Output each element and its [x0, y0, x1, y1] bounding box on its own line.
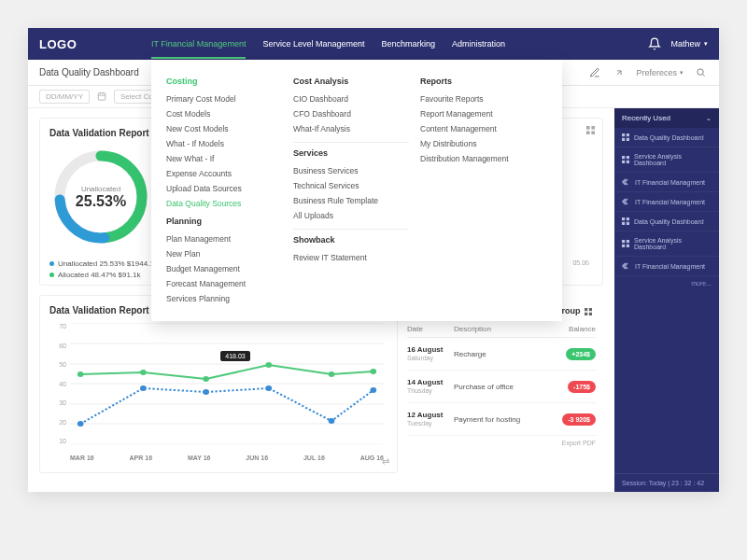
transactions-panel: Group DateDescriptionBalance 16 AugustSa…: [407, 295, 603, 483]
edit-icon[interactable]: [587, 65, 602, 80]
svg-point-22: [78, 421, 84, 427]
svg-point-19: [265, 362, 272, 368]
user-menu[interactable]: Mathew ▾: [670, 39, 708, 49]
nav-it-financial[interactable]: IT Financial Management: [151, 30, 246, 58]
donut-chart: Unallocated 25.53%: [49, 146, 152, 248]
shuffle-icon[interactable]: ⇄: [382, 456, 389, 467]
calendar-icon[interactable]: [97, 91, 106, 103]
recent-item[interactable]: Data Quality Dashboard: [614, 212, 719, 231]
mega-item[interactable]: New Cost Models: [166, 121, 282, 136]
svg-rect-34: [622, 138, 625, 141]
mega-item[interactable]: CIO Dashboard: [293, 91, 409, 106]
line-chart: 70605040302010: [49, 323, 388, 463]
recent-item[interactable]: Service Analysis Dashboard: [614, 231, 719, 257]
mega-item[interactable]: Business Services: [293, 163, 409, 178]
svg-rect-39: [627, 161, 629, 163]
table-row[interactable]: 14 AugustThusdayPurchase of office-175$: [407, 371, 596, 403]
mega-item[interactable]: Budget Management: [166, 261, 282, 276]
recent-item[interactable]: Service Analysis Dashboard: [614, 147, 719, 173]
mega-item[interactable]: What-If Analysis: [293, 121, 409, 136]
recent-more[interactable]: more...: [614, 276, 719, 290]
table-header: DateDescriptionBalance: [407, 321, 596, 338]
table-row[interactable]: 12 AugustTuesdayPayment for hosting-3 92…: [407, 403, 596, 436]
svg-rect-3: [591, 126, 595, 130]
grid-icon[interactable]: [586, 126, 595, 136]
svg-rect-36: [622, 156, 625, 159]
svg-rect-46: [622, 245, 625, 247]
mega-item[interactable]: Expense Accounts: [166, 166, 282, 181]
recent-item[interactable]: IT Financial Managment: [614, 257, 719, 276]
mega-item[interactable]: Distribution Management: [420, 151, 536, 166]
svg-rect-33: [627, 133, 629, 136]
mega-item[interactable]: Favourite Reports: [420, 91, 536, 106]
svg-rect-38: [622, 161, 625, 163]
user-name: Mathew: [670, 39, 700, 49]
mega-item[interactable]: Business Rule Template: [293, 193, 409, 208]
svg-rect-35: [627, 138, 629, 141]
svg-point-27: [370, 387, 376, 393]
svg-rect-47: [627, 245, 629, 247]
mega-item[interactable]: New What - If: [166, 151, 282, 166]
mega-item[interactable]: Content Management: [420, 121, 536, 136]
svg-point-18: [203, 376, 209, 382]
search-icon[interactable]: [693, 65, 708, 80]
mega-item[interactable]: My Distributions: [420, 136, 536, 151]
chevron-down-icon: ▾: [680, 69, 684, 77]
logo: LOGO: [39, 37, 151, 51]
chevron-down-icon: ⌄: [706, 115, 712, 122]
mega-item[interactable]: Technical Services: [293, 178, 409, 193]
session-info: Session: Today | 23 : 32 : 42: [614, 473, 719, 492]
svg-rect-2: [586, 126, 590, 130]
mega-item[interactable]: Cost Models: [166, 106, 282, 121]
mega-item[interactable]: CFO Dashboard: [293, 106, 409, 121]
mega-heading-planning: Planning: [166, 217, 282, 226]
svg-rect-45: [627, 240, 629, 243]
svg-point-24: [203, 389, 209, 395]
date-input[interactable]: DD/MM/YY: [39, 90, 90, 104]
nav-benchmarking[interactable]: Benchmarking: [381, 30, 435, 58]
svg-rect-5: [591, 131, 595, 134]
table-row[interactable]: 16 AugustSaturdayRecharge+234$: [407, 338, 596, 371]
svg-rect-32: [622, 133, 625, 136]
mega-item[interactable]: What - If Models: [166, 136, 282, 151]
mega-item[interactable]: Services Planning: [166, 291, 282, 306]
recently-used-panel: Recently Used ⌄ Data Quality DashboardSe…: [614, 108, 719, 492]
mega-item[interactable]: Primary Cost Model: [166, 91, 282, 106]
donut-legend: Unallocated 25.53% $1944.1k Allocated 48…: [49, 257, 158, 279]
mega-item[interactable]: Data Quality Sources: [166, 196, 282, 211]
mega-item[interactable]: Plan Management: [166, 231, 282, 246]
svg-rect-42: [622, 222, 625, 225]
nav-administration[interactable]: Administration: [452, 30, 505, 58]
card-validation-expense: Data Validation Report - Expense 7060504…: [39, 295, 398, 473]
mega-heading-cost-analysis: Cost Analysis: [293, 77, 409, 86]
chevron-down-icon: ▾: [704, 40, 708, 48]
recently-used-header[interactable]: Recently Used ⌄: [614, 108, 719, 128]
mega-heading-services: Services: [293, 148, 409, 158]
svg-rect-28: [585, 308, 587, 311]
export-pdf[interactable]: Export PDF: [407, 436, 596, 446]
mega-item[interactable]: Report Management: [420, 106, 536, 121]
notification-bell-icon[interactable]: [648, 37, 661, 50]
main-nav: IT Financial Management Service Level Ma…: [151, 30, 505, 58]
mega-item[interactable]: Upload Data Sources: [166, 181, 282, 196]
svg-rect-41: [627, 217, 629, 220]
mega-item[interactable]: All Uploads: [293, 208, 409, 223]
svg-rect-43: [627, 222, 629, 225]
preferences-menu[interactable]: Prefereces▾: [636, 68, 684, 77]
nav-service-level[interactable]: Service Level Management: [262, 30, 364, 58]
svg-rect-4: [586, 131, 590, 134]
svg-point-17: [140, 370, 147, 375]
svg-rect-1: [98, 92, 106, 100]
donut-label: Unallocated: [81, 185, 120, 193]
recent-item[interactable]: IT Financial Managment: [614, 192, 719, 212]
recent-item[interactable]: IT Financial Managment: [614, 173, 719, 192]
axis-label: 05.06: [572, 259, 589, 266]
mega-item[interactable]: Forecast Management: [166, 276, 282, 291]
recent-item[interactable]: Data Quality Dashboard: [614, 128, 719, 147]
svg-point-20: [329, 371, 335, 377]
svg-point-21: [370, 369, 376, 374]
topbar-right: Mathew ▾: [648, 37, 708, 50]
mega-item[interactable]: New Plan: [166, 246, 282, 261]
mega-item[interactable]: Review IT Statement: [293, 250, 409, 265]
expand-icon[interactable]: [612, 65, 627, 80]
